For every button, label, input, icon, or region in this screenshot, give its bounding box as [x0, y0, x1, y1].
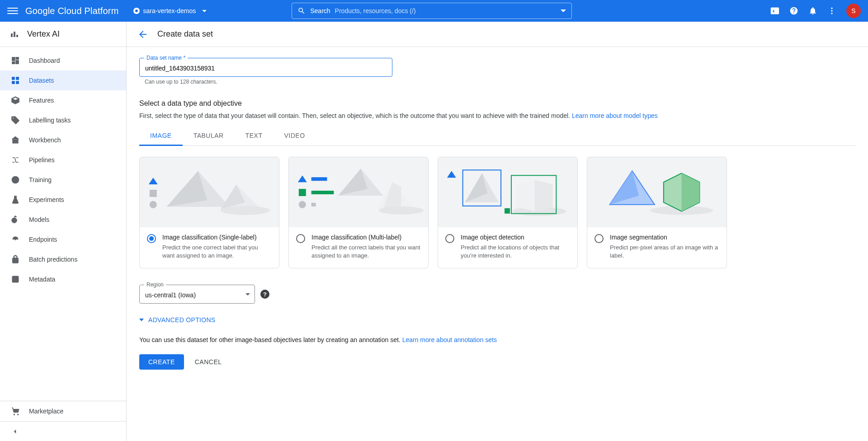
- svg-point-7: [14, 414, 15, 415]
- chevron-down-icon: [139, 319, 144, 321]
- page-title: Create data set: [157, 29, 213, 39]
- avatar[interactable]: S: [846, 4, 861, 18]
- back-arrow-icon[interactable]: [137, 29, 148, 40]
- experiments-icon: [11, 195, 20, 204]
- project-selector[interactable]: sara-vertex-demos: [130, 5, 211, 16]
- search-icon: [297, 7, 306, 15]
- sidebar-item-label: Marketplace: [29, 408, 63, 415]
- menu-icon[interactable]: [7, 5, 18, 16]
- create-button[interactable]: CREATE: [139, 354, 184, 370]
- sidebar-item-experiments[interactable]: Experiments: [0, 190, 126, 210]
- svg-point-0: [831, 8, 832, 9]
- product-header[interactable]: Vertex AI: [0, 22, 126, 47]
- project-name: sara-vertex-demos: [143, 7, 196, 14]
- tab-video[interactable]: VIDEO: [273, 127, 316, 145]
- svg-point-16: [150, 201, 157, 208]
- card-illustration: [140, 157, 279, 227]
- search-label: Search: [310, 7, 330, 14]
- card-segmentation[interactable]: Image segmentation Predict per-pixel are…: [587, 157, 727, 268]
- search-input[interactable]: Search Products, resources, docs (/): [292, 3, 572, 19]
- chevron-left-icon: [11, 427, 19, 436]
- card-single-label[interactable]: Image classification (Single-label) Pred…: [139, 157, 279, 268]
- region-select[interactable]: Region us-central1 (Iowa): [139, 285, 255, 304]
- dataset-name-input[interactable]: [145, 65, 387, 72]
- cloud-shell-icon[interactable]: [770, 6, 779, 15]
- models-icon: [11, 215, 20, 224]
- dataset-name-field[interactable]: Data set name *: [139, 58, 392, 77]
- chevron-down-icon: [202, 10, 207, 12]
- svg-rect-25: [311, 191, 334, 194]
- dataset-name-helper: Can use up to 128 characters.: [145, 79, 855, 85]
- gcp-logo[interactable]: Google Cloud Platform: [25, 6, 119, 16]
- tabs: IMAGE TABULAR TEXT VIDEO: [139, 127, 855, 146]
- svg-point-2: [831, 13, 832, 14]
- region-label: Region: [144, 281, 166, 288]
- tab-text[interactable]: TEXT: [235, 127, 274, 145]
- svg-marker-22: [298, 175, 307, 182]
- radio-object-detection[interactable]: [445, 234, 454, 243]
- card-illustration: [289, 157, 428, 227]
- radio-multi-label[interactable]: [296, 234, 305, 243]
- card-illustration: [438, 157, 577, 227]
- sidebar-item-training[interactable]: Training: [0, 170, 126, 190]
- learn-more-annotation-link[interactable]: Learn more about annotation sets: [402, 336, 497, 343]
- svg-marker-35: [535, 180, 553, 211]
- svg-point-8: [18, 414, 19, 415]
- training-icon: [11, 175, 20, 184]
- sidebar-item-endpoints[interactable]: Endpoints: [0, 230, 126, 249]
- more-icon[interactable]: [827, 6, 836, 15]
- card-title: Image segmentation: [610, 234, 719, 241]
- learn-more-model-types-link[interactable]: Learn more about model types: [572, 112, 658, 119]
- svg-marker-14: [149, 178, 158, 184]
- card-desc: Predict per-pixel areas of an image with…: [610, 244, 719, 260]
- card-title: Image classification (Multi-label): [311, 234, 421, 241]
- objective-cards: Image classification (Single-label) Pred…: [139, 157, 855, 268]
- top-bar-actions: S: [770, 4, 861, 18]
- sidebar-item-label: Models: [29, 216, 49, 223]
- tag-icon: [11, 116, 20, 125]
- advanced-options-toggle[interactable]: ADVANCED OPTIONS: [139, 316, 855, 324]
- sidebar-item-labeling[interactable]: Labelling tasks: [0, 110, 126, 130]
- sidebar-item-pipelines[interactable]: Pipelines: [0, 150, 126, 170]
- card-illustration: [587, 157, 726, 227]
- region-help-icon[interactable]: ?: [260, 290, 269, 299]
- radio-single-label[interactable]: [147, 234, 156, 243]
- annotation-note: You can use this dataset for other image…: [139, 336, 855, 343]
- sidebar-item-features[interactable]: Features: [0, 90, 126, 110]
- svg-marker-41: [682, 173, 700, 211]
- batch-icon: [11, 255, 20, 264]
- page-header: Create data set: [127, 22, 868, 47]
- marketplace-icon: [11, 407, 20, 416]
- pipelines-icon: [11, 155, 20, 164]
- sidebar-item-label: Batch predictions: [29, 256, 77, 263]
- dataset-name-label: Data set name *: [144, 55, 188, 61]
- sidebar-item-label: Endpoints: [29, 236, 57, 243]
- sidebar-item-workbench[interactable]: Workbench: [0, 130, 126, 150]
- tab-image[interactable]: IMAGE: [139, 127, 183, 146]
- sidebar-item-label: Training: [29, 176, 52, 183]
- sidebar-item-dashboard[interactable]: Dashboard: [0, 51, 126, 70]
- sidebar-item-marketplace[interactable]: Marketplace: [0, 401, 126, 421]
- sidebar-item-metadata[interactable]: Metadata: [0, 269, 126, 289]
- svg-point-1: [831, 10, 832, 11]
- radio-segmentation[interactable]: [594, 234, 604, 243]
- card-multi-label[interactable]: Image classification (Multi-label) Predi…: [288, 157, 429, 268]
- help-icon[interactable]: [789, 6, 798, 15]
- sidebar-item-datasets[interactable]: Datasets: [0, 70, 126, 90]
- notifications-icon[interactable]: [808, 6, 817, 15]
- sidebar-item-label: Experiments: [29, 196, 64, 203]
- svg-point-21: [379, 206, 424, 215]
- cancel-button[interactable]: CANCEL: [195, 358, 222, 366]
- sidebar-item-label: Datasets: [29, 77, 54, 84]
- tab-tabular[interactable]: TABULAR: [183, 127, 235, 145]
- svg-point-4: [12, 177, 19, 183]
- chevron-down-icon: [245, 293, 250, 296]
- sidebar-item-models[interactable]: Models: [0, 210, 126, 230]
- svg-rect-24: [299, 189, 306, 196]
- svg-rect-23: [311, 177, 327, 181]
- sidebar-item-label: Features: [29, 97, 54, 104]
- sidebar-item-label: Metadata: [29, 276, 55, 283]
- collapse-sidebar-button[interactable]: [0, 421, 126, 441]
- sidebar-item-batch[interactable]: Batch predictions: [0, 249, 126, 269]
- card-object-detection[interactable]: Image object detection Predict all the l…: [438, 157, 578, 268]
